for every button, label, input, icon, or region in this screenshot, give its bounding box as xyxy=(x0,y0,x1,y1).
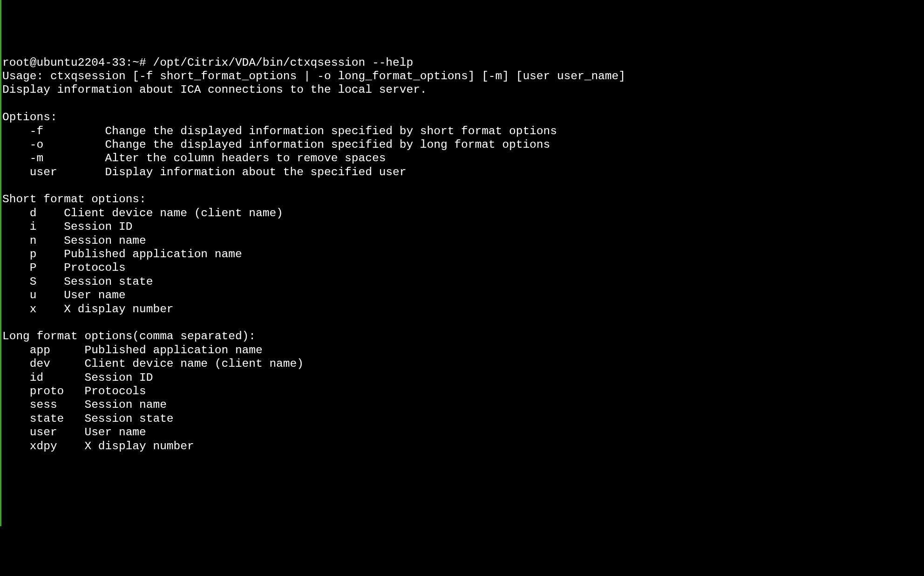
long-option-line: state Session state xyxy=(2,412,174,425)
short-format-header: Short format options: xyxy=(2,193,146,206)
short-option-line: i Session ID xyxy=(2,220,132,233)
terminal-output[interactable]: root@ubuntu2204-33:~# /opt/Citrix/VDA/bi… xyxy=(1,55,924,458)
short-option-line: d Client device name (client name) xyxy=(2,207,283,219)
long-format-header: Long format options(comma separated): xyxy=(2,330,256,343)
long-option-line: app Published application name xyxy=(2,344,263,357)
long-option-line: proto Protocols xyxy=(2,385,146,398)
command-text: /opt/Citrix/VDA/bin/ctxqsession --help xyxy=(153,56,413,69)
long-option-line: xdpy X display number xyxy=(2,440,194,453)
option-line: user Display information about the speci… xyxy=(2,166,406,178)
long-option-line: dev Client device name (client name) xyxy=(2,357,304,370)
option-line: -m Alter the column headers to remove sp… xyxy=(2,152,386,165)
short-option-line: p Published application name xyxy=(2,248,242,261)
option-line: -o Change the displayed information spec… xyxy=(2,138,550,151)
shell-prompt: root@ubuntu2204-33:~# xyxy=(2,56,153,69)
short-option-line: P Protocols xyxy=(2,261,126,274)
long-option-line: user User name xyxy=(2,426,146,439)
option-line: -f Change the displayed information spec… xyxy=(2,125,557,137)
long-option-line: sess Session name xyxy=(2,398,167,411)
description-line: Display information about ICA connection… xyxy=(2,83,427,96)
short-option-line: x X display number xyxy=(2,303,174,315)
short-option-line: n Session name xyxy=(2,234,146,247)
prompt-line: root@ubuntu2204-33:~# /opt/Citrix/VDA/bi… xyxy=(2,56,413,69)
usage-line: Usage: ctxqsession [-f short_format_opti… xyxy=(2,70,625,82)
options-header: Options: xyxy=(2,111,57,123)
short-option-line: S Session state xyxy=(2,275,153,288)
long-option-line: id Session ID xyxy=(2,371,153,384)
short-option-line: u User name xyxy=(2,289,126,302)
